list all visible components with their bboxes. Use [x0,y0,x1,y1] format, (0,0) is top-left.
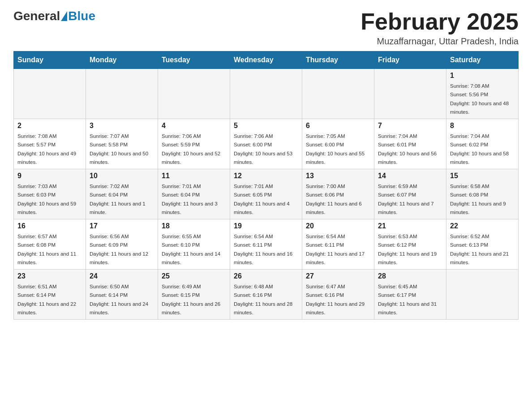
logo-triangle-icon [61,11,67,21]
calendar-cell [230,69,302,119]
week-row-1: 1 Sunrise: 7:08 AMSunset: 5:56 PMDayligh… [14,69,519,119]
day-number: 11 [162,172,226,180]
calendar-cell: 21 Sunrise: 6:53 AMSunset: 6:12 PMDaylig… [374,219,446,270]
header-monday: Monday [86,51,158,69]
calendar-cell: 6 Sunrise: 7:05 AMSunset: 6:00 PMDayligh… [302,119,374,169]
logo-general: General [13,9,60,23]
calendar-cell [446,270,519,320]
calendar-cell [158,69,230,119]
calendar-cell [14,69,86,119]
calendar-cell [86,69,158,119]
calendar-table: Sunday Monday Tuesday Wednesday Thursday… [13,51,519,320]
day-info: Sunrise: 6:51 AMSunset: 6:14 PMDaylight:… [17,284,76,315]
calendar-cell: 22 Sunrise: 6:52 AMSunset: 6:13 PMDaylig… [446,219,519,270]
calendar-cell: 5 Sunrise: 7:06 AMSunset: 6:00 PMDayligh… [230,119,302,169]
calendar-cell [374,69,446,119]
day-number: 3 [90,122,154,130]
day-number: 5 [234,122,298,130]
day-info: Sunrise: 7:06 AMSunset: 6:00 PMDaylight:… [234,133,292,165]
day-info: Sunrise: 6:55 AMSunset: 6:10 PMDaylight:… [162,234,220,265]
title-area: February 2025 Muzaffarnagar, Uttar Prade… [360,9,519,47]
day-number: 12 [234,172,298,180]
day-info: Sunrise: 6:59 AMSunset: 6:07 PMDaylight:… [378,184,434,215]
location-subtitle: Muzaffarnagar, Uttar Pradesh, India [360,36,519,47]
calendar-cell: 23 Sunrise: 6:51 AMSunset: 6:14 PMDaylig… [14,270,86,320]
day-number: 1 [450,72,515,80]
day-info: Sunrise: 7:02 AMSunset: 6:04 PMDaylight:… [90,184,146,215]
calendar-cell: 12 Sunrise: 7:01 AMSunset: 6:05 PMDaylig… [230,169,302,219]
day-number: 14 [378,172,442,180]
day-info: Sunrise: 6:58 AMSunset: 6:08 PMDaylight:… [450,184,506,215]
calendar-cell: 13 Sunrise: 7:00 AMSunset: 6:06 PMDaylig… [302,169,374,219]
header-friday: Friday [374,51,446,69]
week-row-5: 23 Sunrise: 6:51 AMSunset: 6:14 PMDaylig… [14,270,519,320]
day-info: Sunrise: 6:53 AMSunset: 6:12 PMDaylight:… [378,234,437,265]
day-number: 25 [162,272,226,280]
day-number: 16 [17,222,82,230]
header-saturday: Saturday [446,51,519,69]
day-number: 28 [378,272,442,280]
calendar-cell: 26 Sunrise: 6:48 AMSunset: 6:16 PMDaylig… [230,270,302,320]
day-number: 6 [306,122,370,130]
day-number: 27 [306,272,370,280]
day-info: Sunrise: 6:52 AMSunset: 6:13 PMDaylight:… [450,234,509,265]
days-header-row: Sunday Monday Tuesday Wednesday Thursday… [14,51,519,69]
day-number: 21 [378,222,442,230]
day-info: Sunrise: 6:54 AMSunset: 6:11 PMDaylight:… [306,234,365,265]
day-number: 23 [17,272,82,280]
day-info: Sunrise: 7:01 AMSunset: 6:05 PMDaylight:… [234,184,290,215]
day-info: Sunrise: 7:08 AMSunset: 5:57 PMDaylight:… [17,133,76,165]
calendar-cell: 14 Sunrise: 6:59 AMSunset: 6:07 PMDaylig… [374,169,446,219]
calendar-cell: 17 Sunrise: 6:56 AMSunset: 6:09 PMDaylig… [86,219,158,270]
page-header: General Blue February 2025 Muzaffarnagar… [13,9,519,47]
month-title: February 2025 [360,9,519,34]
calendar-cell: 19 Sunrise: 6:54 AMSunset: 6:11 PMDaylig… [230,219,302,270]
week-row-3: 9 Sunrise: 7:03 AMSunset: 6:03 PMDayligh… [14,169,519,219]
calendar-cell: 10 Sunrise: 7:02 AMSunset: 6:04 PMDaylig… [86,169,158,219]
day-info: Sunrise: 7:01 AMSunset: 6:04 PMDaylight:… [162,184,218,215]
header-wednesday: Wednesday [230,51,302,69]
day-number: 7 [378,122,442,130]
logo-text: General Blue [13,9,95,23]
day-info: Sunrise: 7:04 AMSunset: 6:02 PMDaylight:… [450,133,509,165]
day-info: Sunrise: 6:47 AMSunset: 6:16 PMDaylight:… [306,284,365,315]
day-number: 19 [234,222,298,230]
header-thursday: Thursday [302,51,374,69]
day-info: Sunrise: 7:06 AMSunset: 5:59 PMDaylight:… [162,133,220,165]
logo-blue: Blue [68,9,95,23]
header-tuesday: Tuesday [158,51,230,69]
week-row-4: 16 Sunrise: 6:57 AMSunset: 6:08 PMDaylig… [14,219,519,270]
day-info: Sunrise: 7:03 AMSunset: 6:03 PMDaylight:… [17,184,76,215]
calendar-cell: 28 Sunrise: 6:45 AMSunset: 6:17 PMDaylig… [374,270,446,320]
week-row-2: 2 Sunrise: 7:08 AMSunset: 5:57 PMDayligh… [14,119,519,169]
day-number: 2 [17,122,82,130]
calendar-cell: 24 Sunrise: 6:50 AMSunset: 6:14 PMDaylig… [86,270,158,320]
day-number: 20 [306,222,370,230]
calendar-cell: 7 Sunrise: 7:04 AMSunset: 6:01 PMDayligh… [374,119,446,169]
calendar-cell: 20 Sunrise: 6:54 AMSunset: 6:11 PMDaylig… [302,219,374,270]
day-info: Sunrise: 6:56 AMSunset: 6:09 PMDaylight:… [90,234,148,265]
day-info: Sunrise: 7:04 AMSunset: 6:01 PMDaylight:… [378,133,437,165]
day-info: Sunrise: 7:00 AMSunset: 6:06 PMDaylight:… [306,184,362,215]
header-sunday: Sunday [14,51,86,69]
calendar-cell: 18 Sunrise: 6:55 AMSunset: 6:10 PMDaylig… [158,219,230,270]
day-number: 18 [162,222,226,230]
day-info: Sunrise: 6:45 AMSunset: 6:17 PMDaylight:… [378,284,437,315]
day-info: Sunrise: 6:50 AMSunset: 6:14 PMDaylight:… [90,284,148,315]
day-number: 22 [450,222,515,230]
calendar-cell: 9 Sunrise: 7:03 AMSunset: 6:03 PMDayligh… [14,169,86,219]
calendar-cell: 15 Sunrise: 6:58 AMSunset: 6:08 PMDaylig… [446,169,519,219]
logo: General Blue [13,9,95,23]
day-info: Sunrise: 7:08 AMSunset: 5:56 PMDaylight:… [450,83,509,115]
day-info: Sunrise: 6:49 AMSunset: 6:15 PMDaylight:… [162,284,220,315]
calendar-cell: 3 Sunrise: 7:07 AMSunset: 5:58 PMDayligh… [86,119,158,169]
calendar-cell: 16 Sunrise: 6:57 AMSunset: 6:08 PMDaylig… [14,219,86,270]
day-number: 13 [306,172,370,180]
day-number: 26 [234,272,298,280]
calendar-cell [302,69,374,119]
day-info: Sunrise: 6:48 AMSunset: 6:16 PMDaylight:… [234,284,292,315]
calendar-cell: 8 Sunrise: 7:04 AMSunset: 6:02 PMDayligh… [446,119,519,169]
day-info: Sunrise: 6:57 AMSunset: 6:08 PMDaylight:… [17,234,76,265]
day-number: 24 [90,272,154,280]
calendar-cell: 1 Sunrise: 7:08 AMSunset: 5:56 PMDayligh… [446,69,519,119]
